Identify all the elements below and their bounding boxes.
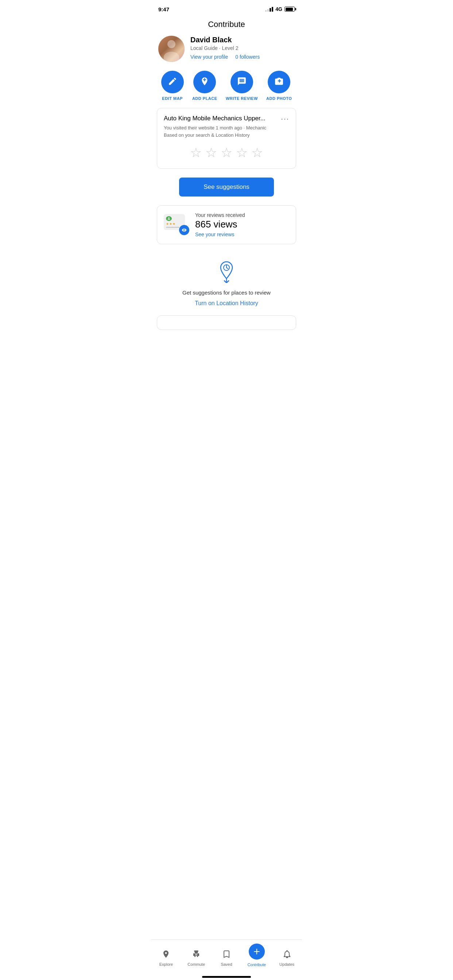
battery-indicator [284, 6, 295, 12]
status-right: 4G [265, 6, 295, 12]
location-suggestion-text: Get suggestions for places to review [182, 290, 271, 296]
thumb-avatar [166, 216, 172, 221]
review-card-header: Auto King Mobile Mechanics Upper... ··· [164, 115, 289, 122]
write-review-circle [231, 71, 253, 93]
signal-bar-1 [265, 10, 266, 12]
turn-on-location-history-link[interactable]: Turn on Location History [195, 300, 258, 307]
thumb-stars: ★★★ [166, 222, 183, 226]
add-place-label: ADD PLACE [192, 96, 217, 100]
star-1[interactable]: ☆ [190, 145, 202, 161]
eye-badge [179, 225, 189, 235]
add-photo-label: ADD PHOTO [266, 96, 292, 100]
avatar-image [158, 36, 185, 62]
pin-plus-icon [200, 76, 209, 88]
star-5[interactable]: ☆ [251, 145, 263, 161]
camera-plus-icon [274, 76, 284, 88]
star-3[interactable]: ☆ [221, 145, 232, 161]
review-place-name: Auto King Mobile Mechanics Upper... [164, 115, 277, 122]
profile-section: David Black Local Guide · Level 2 View y… [151, 36, 302, 68]
thumb-line-1 [166, 227, 179, 228]
see-reviews-link[interactable]: See your reviews [195, 232, 289, 237]
suggestions-button-wrap: See suggestions [151, 176, 302, 205]
star-rating-row: ☆ ☆ ☆ ☆ ☆ [164, 144, 289, 162]
network-label: 4G [275, 6, 282, 12]
review-icon [237, 76, 247, 88]
star-2[interactable]: ☆ [205, 145, 217, 161]
signal-bars [265, 7, 273, 12]
location-icon-wrap [217, 260, 236, 285]
signal-bar-2 [267, 9, 269, 12]
review-stats-card: ★★★ Your reviews received 865 views See … [157, 205, 296, 244]
edit-map-label: EDIT MAP [162, 96, 183, 100]
profile-subtitle: Local Guide · Level 2 [190, 45, 295, 51]
add-place-circle [193, 71, 216, 93]
action-add-place[interactable]: ADD PLACE [192, 71, 217, 100]
signal-bar-3 [270, 8, 271, 12]
pencil-icon [168, 76, 177, 88]
svg-line-2 [226, 267, 228, 269]
location-history-section: Get suggestions for places to review Tur… [151, 255, 302, 315]
location-history-icon [217, 260, 236, 283]
see-suggestions-button[interactable]: See suggestions [179, 178, 274, 197]
action-add-photo[interactable]: ADD PHOTO [266, 71, 292, 100]
review-visit-info: You visited their website 1 month ago · … [164, 124, 289, 138]
write-review-label: WRITE REVIEW [226, 96, 258, 100]
followers-link[interactable]: 0 followers [235, 54, 260, 60]
stats-content: Your reviews received 865 views See your… [195, 212, 289, 237]
action-write-review[interactable]: WRITE REVIEW [226, 71, 258, 100]
stats-icon-area: ★★★ [164, 214, 189, 236]
edit-map-circle [161, 71, 184, 93]
view-profile-link[interactable]: View your profile [190, 54, 228, 60]
review-suggestion-card: Auto King Mobile Mechanics Upper... ··· … [157, 108, 296, 169]
action-edit-map[interactable]: EDIT MAP [161, 71, 184, 100]
stats-label: Your reviews received [195, 212, 289, 218]
profile-name: David Black [190, 36, 295, 44]
star-4[interactable]: ☆ [236, 145, 248, 161]
quick-actions: EDIT MAP ADD PLACE WRITE REVIEW [151, 68, 302, 108]
avatar[interactable] [158, 36, 185, 62]
status-bar: 9:47 4G [151, 0, 302, 16]
stats-value: 865 views [195, 219, 289, 230]
signal-bar-4 [272, 7, 273, 12]
status-time: 9:47 [158, 6, 169, 13]
page-title: Contribute [151, 16, 302, 36]
profile-links: View your profile 0 followers [190, 54, 295, 60]
battery-fill [286, 8, 293, 11]
partial-bottom-card [157, 315, 296, 330]
add-photo-circle [268, 71, 290, 93]
review-more-button[interactable]: ··· [277, 115, 289, 122]
profile-info: David Black Local Guide · Level 2 View y… [190, 36, 295, 60]
